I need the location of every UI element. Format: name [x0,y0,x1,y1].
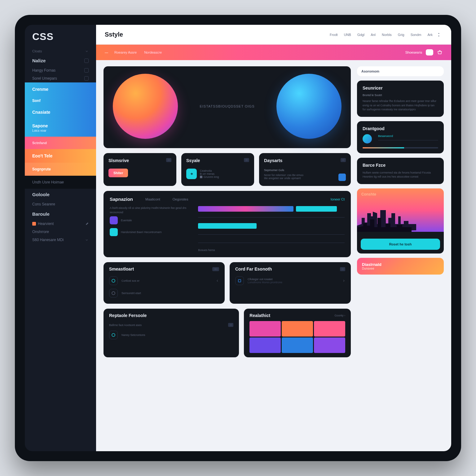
sidebar-item-hangy[interactable]: Hangy Fornas [25,66,96,74]
pencil-icon [86,222,89,225]
progress-bar [363,147,438,148]
chart-tab[interactable]: Oegorstes [173,197,188,201]
nav-link[interactable]: Frodt [330,33,338,37]
sidebar-item-sapone[interactable]: Sapone Loics voar [25,119,96,137]
arrow-button[interactable] [186,169,197,179]
menu-icon[interactable] [438,32,443,37]
nav-link[interactable]: Ark [428,33,433,37]
banner-label: Shoesesris [405,51,422,54]
app-logo: CSS [25,31,96,47]
square-icon [110,228,118,236]
chart-description: A lisirlt eieooly All oi oine pidoriny H… [110,206,192,214]
card-title: Cord Far Esonoth [235,267,272,271]
tag-icon: □ [244,158,249,162]
sidebar-item-eoottele[interactable]: Eoo't Tele [25,149,96,163]
nav-link[interactable]: Anl [371,33,376,37]
image-card: Conshte Roset he tosh [357,188,444,253]
sidebar-item-nalize[interactable]: Nalize [25,55,96,66]
card-subtitle: Dunsvee [362,267,439,270]
chart-legend-item: Euentale [110,214,192,226]
card-seunricer: Seunricer Brontd le Sootrt Nearer farse … [357,81,444,117]
tag-icon: □ [340,267,345,271]
banner-button[interactable]: • [426,49,433,55]
card-item: Besanoecrd [378,134,438,138]
card-text: tite aregetet sar oride opmarrt [264,177,336,180]
tag-icon: □ [166,158,171,162]
list-item[interactable]: Cllotegsr oot rosatetLonulinons Mores pr… [235,275,345,287]
nav-link[interactable]: Gdgl [357,33,364,37]
skyline-icon [357,210,444,232]
chart-legend-item: Handorsinet Baeri Hecontromarn [110,226,192,238]
card-diaslrnald: Diaslrnald Dunsvee [357,258,444,275]
sidebar-item-onshrrore[interactable]: Onshrrore [25,228,96,236]
sidebar-item-s60[interactable]: S60 Hanesare MDi [25,236,96,244]
sidebar: CSS Cloats Nalize Hangy Fornas Sorel Ume… [25,25,96,451]
color-palette [249,321,345,353]
banner-link[interactable]: — [105,51,108,54]
svg-point-5 [112,333,115,337]
svg-point-0 [439,33,439,34]
sidebar-item-crenme[interactable]: Crenme [25,82,96,96]
list-item[interactable]: Cortlost sos er [109,275,219,287]
card-title: Ssyale [186,158,200,163]
tag-icon: □ [341,158,346,162]
sidebar-item-sognprute[interactable]: Sognprute [25,163,96,176]
chart-tab[interactable]: Maaticont [145,197,160,201]
card-smeastloart: Smeastloart□□ Cortlost sos er Serrsoretr… [104,262,225,304]
circle-icon [109,331,118,339]
card-barcefzce: Barce Fzce Nullam seete cormemed sta de … [357,158,444,184]
card-realathict: RealathictGoonty › [244,309,351,357]
card-body: Nullam seete cormemed sta de hnons hoeta… [363,171,438,179]
sidebar-item-hearvient[interactable]: Hearvient [25,220,96,228]
right-header: Asoromom [357,66,444,76]
sidebar-item-sonf[interactable]: Sonf [25,96,96,105]
blue-button[interactable] [338,174,346,181]
card-meta: B orr meras [200,172,219,175]
sidebar-section-label: Cloats [25,47,96,55]
sidebar-item-cnasiate[interactable]: Cnasiate [25,105,96,119]
basket-icon[interactable] [437,50,443,55]
nav-link[interactable]: Norbls [382,33,392,37]
chevron-right-icon [342,279,345,282]
card-reptaole: Reptaole Fersoole Bafirne faot Aootsont … [104,309,239,357]
chart-title: Sapnazion [110,196,133,202]
avatar-icon [363,134,372,143]
topbar: Sstyle Frodt UNB Gdgl Anl Norbls Grig So… [96,25,451,45]
card-text: Ncrer for relemior: css Be emoo [264,174,336,177]
sidebar-item-goloole[interactable]: Goloole [25,189,96,200]
list-item[interactable]: Bafirne faot Aootsont ases□ [109,321,233,329]
list-item[interactable]: Serrsoretrt etart [109,287,219,299]
card-daysarts: Daysarts□ Sepmomer Gols Ncrer for relemi… [259,153,351,186]
card-title: Realathict [249,313,270,318]
chart-tab[interactable]: Ioneer Ct [331,197,345,201]
main-content: Sstyle Frodt UNB Gdgl Anl Norbls Grig So… [96,25,451,451]
sidebar-item-undh[interactable]: Undh Usre Hoimae [25,176,96,189]
nav-link[interactable]: Sondm [411,33,421,37]
nav-link[interactable]: Grig [398,33,404,37]
sidebar-item-baroule[interactable]: Baroule [25,208,96,220]
shiter-button[interactable]: Shiter [108,169,128,177]
sidebar-item-sctnfand[interactable]: Sctnfand [25,137,96,149]
card-title: Daysarts [264,158,282,163]
hero-label: EISTATSSBIOUQDSSET OIGS [193,104,261,108]
card-subtitle: Brontd le Sootrt [363,94,438,97]
card-title: Reptaole Fersoole [109,313,147,318]
nav-link[interactable]: UNB [344,33,351,37]
banner: — Roearey Assre Nordeascre Shoesesris • [96,45,451,60]
box-icon [84,59,89,63]
banner-link[interactable]: Nordeascre [144,51,162,54]
top-nav: Frodt UNB Gdgl Anl Norbls Grig Sondm Ark [330,33,433,37]
cta-button[interactable]: Roset he tosh [361,239,440,250]
card-title: Barce Fzce [363,163,438,168]
sidebar-item-sorel[interactable]: Sorel Umepars [25,74,96,82]
chevron-left-icon [216,279,219,282]
chevron-down-icon [85,49,89,53]
box-icon [84,68,89,73]
svg-rect-4 [238,280,241,282]
list-item[interactable]: Naney Setcrontons [109,329,233,341]
sidebar-item-cons[interactable]: Cons Searere [25,200,96,208]
app-title: Sstyle [105,31,123,38]
gradient-circle-cool [276,74,342,139]
chart-card: Sapnazion Maaticont Oegorstes Ioneer Ct … [104,191,351,257]
banner-link[interactable]: Roearey Assre [114,51,137,54]
